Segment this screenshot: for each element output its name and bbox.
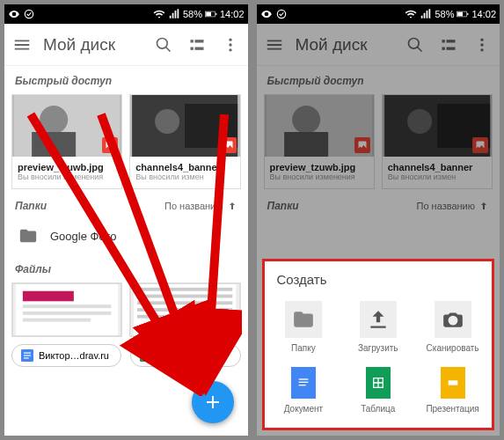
camera-icon <box>435 301 471 338</box>
arrow-up-icon <box>227 201 237 211</box>
file-card[interactable] <box>129 282 240 337</box>
svg-rect-19 <box>23 291 74 302</box>
docs-icon <box>21 349 33 362</box>
phone-left: 58% 14:02 Мой диск Быстрый доступ previe… <box>4 4 248 436</box>
svg-point-38 <box>277 10 285 18</box>
circle-icon <box>23 8 35 20</box>
svg-rect-59 <box>299 385 306 385</box>
page-title: Мой диск <box>43 35 153 55</box>
sort-button[interactable]: По названию <box>164 201 237 211</box>
svg-point-56 <box>449 318 456 324</box>
svg-point-11 <box>229 48 231 51</box>
docs-icon <box>291 367 316 399</box>
chip-label: Прайс…онта… <box>157 350 225 361</box>
svg-point-10 <box>229 43 231 46</box>
fab-add-button[interactable] <box>192 381 234 423</box>
folder-item[interactable]: Google Фото <box>4 217 248 254</box>
hamburger-icon[interactable] <box>11 34 33 55</box>
svg-point-0 <box>25 10 33 18</box>
svg-rect-31 <box>24 355 31 356</box>
image-badge-icon <box>221 137 237 153</box>
create-scan[interactable]: Сканировать <box>417 296 488 358</box>
image-badge-icon <box>102 137 118 153</box>
svg-point-16 <box>155 109 179 134</box>
section-folders: Папки <box>15 200 164 212</box>
battery-pct: 58% <box>435 9 454 19</box>
create-sheet: Создать Папку Загрузить Сканировать Доку… <box>262 259 495 430</box>
phone-right: 58% 14:02 Мой диск Быстрый доступ previe… <box>257 4 500 436</box>
svg-rect-21 <box>23 312 112 315</box>
svg-rect-28 <box>137 315 232 319</box>
section-quick: Быстрый доступ <box>4 66 248 94</box>
create-folder[interactable]: Папку <box>268 296 340 358</box>
svg-rect-22 <box>23 319 91 322</box>
chip-label: Виктор…drav.ru <box>39 350 109 361</box>
svg-rect-2 <box>206 12 211 17</box>
status-bar: 58% 14:02 <box>257 4 500 24</box>
quick-sub: Вы вносили изменения <box>18 172 116 181</box>
quick-title: channels4_banner <box>135 162 234 172</box>
folder-icon <box>18 226 38 246</box>
svg-rect-6 <box>194 40 203 42</box>
battery-icon <box>457 8 469 20</box>
folder-name: Google Фото <box>50 230 116 243</box>
sheets-icon <box>140 349 152 362</box>
quick-sub: Вы вносили измен <box>135 172 234 181</box>
wifi-icon <box>153 8 165 20</box>
svg-rect-20 <box>23 304 112 308</box>
file-card[interactable] <box>11 282 122 337</box>
svg-rect-27 <box>137 308 232 312</box>
svg-rect-57 <box>299 378 309 379</box>
svg-rect-7 <box>190 47 193 49</box>
create-slides[interactable]: Презентация <box>417 362 488 419</box>
svg-point-9 <box>229 38 231 40</box>
quick-card[interactable]: preview_tzuwb.jpg Вы вносили изменения <box>11 94 122 189</box>
clock: 14:02 <box>471 9 496 19</box>
search-icon[interactable] <box>153 34 174 55</box>
more-icon[interactable] <box>220 34 241 55</box>
battery-pct: 58% <box>183 9 202 19</box>
battery-icon <box>205 8 217 20</box>
slides-icon <box>441 367 465 399</box>
quick-card[interactable]: channels4_banner Вы вносили измен <box>129 94 240 189</box>
svg-rect-30 <box>24 353 31 354</box>
wifi-icon <box>405 8 417 20</box>
signal-icon <box>420 8 432 20</box>
svg-rect-41 <box>468 13 469 15</box>
svg-rect-26 <box>137 301 232 304</box>
create-doc[interactable]: Документ <box>268 362 340 419</box>
svg-rect-25 <box>137 295 232 298</box>
svg-rect-5 <box>190 40 193 42</box>
svg-rect-40 <box>458 12 464 17</box>
sheets-icon <box>366 367 391 399</box>
svg-rect-58 <box>299 382 309 383</box>
svg-point-13 <box>40 106 68 134</box>
file-chip[interactable]: Прайс…онта… <box>130 344 240 367</box>
create-sheet-doc[interactable]: Таблица <box>342 362 413 419</box>
svg-point-4 <box>157 38 167 48</box>
svg-rect-61 <box>448 380 457 385</box>
folder-icon <box>285 301 322 338</box>
view-list-icon[interactable] <box>186 34 208 55</box>
upload-icon <box>360 301 397 338</box>
svg-rect-32 <box>24 357 29 358</box>
sheet-title: Создать <box>268 268 489 296</box>
file-chip[interactable]: Виктор…drav.ru <box>11 344 121 367</box>
app-bar: Мой диск <box>4 24 248 66</box>
circle-icon <box>275 8 288 20</box>
svg-rect-14 <box>32 132 76 157</box>
quick-title: preview_tzuwb.jpg <box>18 162 116 172</box>
eye-icon <box>8 8 20 20</box>
svg-rect-3 <box>215 13 216 15</box>
plus-icon <box>202 392 223 413</box>
svg-rect-8 <box>194 47 203 49</box>
eye-icon <box>260 8 273 20</box>
svg-rect-24 <box>137 288 232 291</box>
status-bar: 58% 14:02 <box>4 4 248 24</box>
clock: 14:02 <box>220 9 245 19</box>
section-files: Файлы <box>4 254 248 282</box>
signal-icon <box>168 8 180 20</box>
create-upload[interactable]: Загрузить <box>342 296 413 358</box>
